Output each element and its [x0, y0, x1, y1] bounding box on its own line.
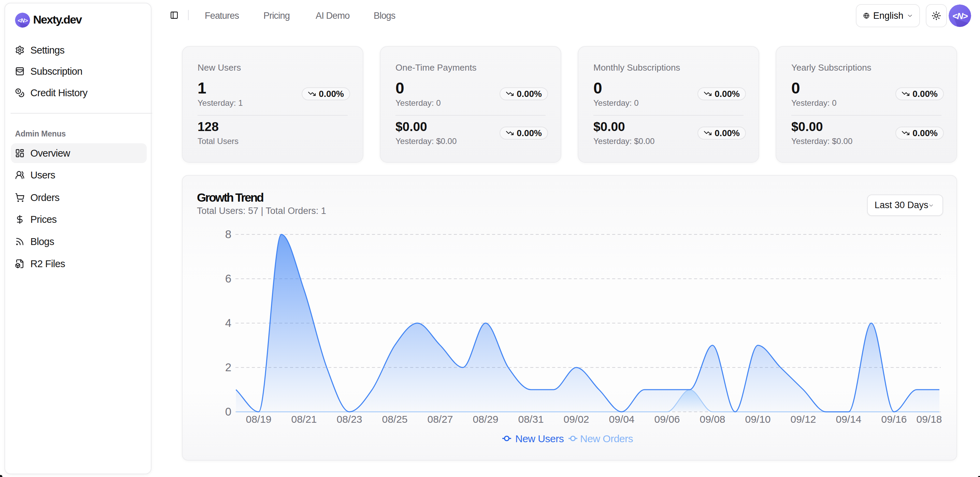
svg-text:09/18: 09/18 [916, 413, 942, 425]
svg-text:09/16: 09/16 [881, 413, 907, 425]
svg-text:08/25: 08/25 [382, 413, 407, 425]
svg-text:08/27: 08/27 [427, 413, 453, 425]
svg-text:8: 8 [225, 228, 231, 240]
svg-text:09/12: 09/12 [790, 413, 816, 425]
svg-text:08/19: 08/19 [246, 413, 271, 425]
svg-text:New Orders: New Orders [580, 433, 633, 444]
svg-text:<N>: <N> [18, 17, 28, 24]
svg-text:08/31: 08/31 [518, 413, 544, 425]
svg-text:08/21: 08/21 [291, 413, 317, 425]
svg-text:08/23: 08/23 [336, 413, 362, 425]
svg-text:2: 2 [225, 361, 231, 374]
svg-text:09/04: 09/04 [609, 413, 634, 425]
svg-text:09/02: 09/02 [563, 413, 589, 425]
svg-text:0: 0 [225, 405, 231, 418]
svg-text:New Users: New Users [515, 433, 564, 444]
svg-text:6: 6 [225, 272, 231, 285]
svg-text:09/06: 09/06 [654, 413, 680, 425]
svg-text:09/08: 09/08 [700, 413, 725, 425]
svg-text:4: 4 [225, 316, 231, 329]
svg-text:09/10: 09/10 [745, 413, 770, 425]
svg-text:09/14: 09/14 [836, 413, 861, 425]
svg-text:08/29: 08/29 [473, 413, 498, 425]
svg-text:<N>: <N> [952, 11, 968, 21]
